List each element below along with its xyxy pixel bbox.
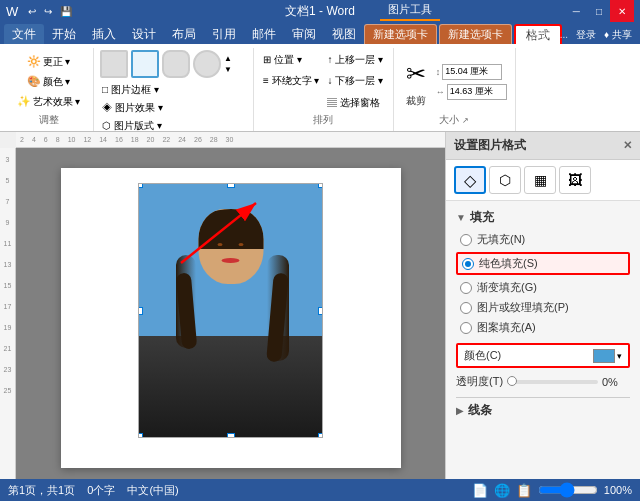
ruler-left: 35791113151719212325 (0, 148, 16, 479)
transparency-value: 0% (602, 376, 630, 388)
radio-texture-fill[interactable]: 图片或纹理填充(P) (456, 300, 630, 315)
crop-btn[interactable]: ✂ (402, 56, 430, 92)
tab-layout[interactable]: 布局 (164, 24, 204, 44)
picture-layout-btn[interactable]: ⬡ 图片版式 ▾ (100, 118, 247, 132)
fill-section: ▼ 填充 无填充(N) 纯色填充(S) 渐变填充(G) 图片 (446, 201, 640, 479)
ruler-top-10: 10 (68, 136, 76, 143)
transparency-slider[interactable] (507, 380, 598, 384)
tab-insert[interactable]: 插入 (84, 24, 124, 44)
save-btn[interactable]: 💾 (58, 6, 74, 17)
tab-new1[interactable]: 新建选项卡 (364, 24, 437, 44)
close-btn[interactable]: ✕ (610, 0, 634, 22)
crop-label: 裁剪 (406, 94, 426, 108)
tab-home[interactable]: 开始 (44, 24, 84, 44)
tab-view[interactable]: 视图 (324, 24, 364, 44)
corrections-btn[interactable]: 🔆 更正 ▾ (23, 53, 75, 71)
tab-new2[interactable]: 新建选项卡 (439, 24, 512, 44)
maximize-btn[interactable]: □ (588, 0, 610, 22)
image-icon-btn[interactable]: 🖼 (559, 166, 591, 194)
panel-header: 设置图片格式 ✕ (446, 132, 640, 160)
layout-icon-btn[interactable]: ▦ (524, 166, 556, 194)
style-thumb-3[interactable] (162, 50, 190, 78)
fill-title: 填充 (470, 209, 494, 226)
line-section-header[interactable]: ▶ 线条 (456, 402, 630, 419)
window-controls: ─ □ ✕ (565, 0, 634, 22)
ruler-top-12: 12 (83, 136, 91, 143)
line-title: 线条 (468, 402, 492, 419)
move-down-btn[interactable]: ↓ 下移一层 ▾ (324, 72, 386, 92)
position-btn[interactable]: ⊞ 位置 ▾ (260, 50, 322, 70)
panel-title: 设置图片格式 (454, 137, 526, 154)
panel-close-btn[interactable]: ✕ (623, 139, 632, 152)
language: 中文(中国) (127, 483, 178, 498)
shape-icon-btn[interactable]: ⬡ (489, 166, 521, 194)
ruler-top-16: 16 (115, 136, 123, 143)
ruler-top-14: 14 (99, 136, 107, 143)
ruler-top-30: 30 (226, 136, 234, 143)
size-group-label: 大小 ↗ (402, 113, 507, 129)
selection-pane-btn[interactable]: ▤ 选择窗格 (324, 93, 386, 113)
undo-btn[interactable]: ↩ (26, 6, 38, 17)
tell-me-input[interactable]: 告诉我... (530, 28, 568, 42)
zoom-slider[interactable] (538, 484, 598, 496)
picture-tools-label: 图片工具 (380, 0, 440, 21)
tab-references[interactable]: 引用 (204, 24, 244, 44)
color-swatch (593, 349, 615, 363)
width-input[interactable] (447, 84, 507, 100)
ruler-top: 2 (20, 136, 24, 143)
ribbon-group-adjust: 🔆 更正 ▾ 🎨 颜色 ▾ ✨ 艺术效果 ▾ 调整 (4, 48, 94, 131)
page-info: 第1页，共1页 (8, 483, 75, 498)
view-web-btn[interactable]: 🌐 (494, 483, 510, 498)
tab-review[interactable]: 审阅 (284, 24, 324, 44)
adjust-group-label: 调整 (10, 113, 87, 129)
quick-access-toolbar: W ↩ ↪ 💾 (6, 4, 74, 19)
picture-border-btn[interactable]: □ 图片边框 ▾ (100, 82, 247, 98)
ruler-top-6: 6 (44, 136, 48, 143)
ruler-top-18: 18 (131, 136, 139, 143)
panel-icon-tabs: ◇ ⬡ ▦ 🖼 (446, 160, 640, 201)
ribbon-group-arrange: ⊞ 位置 ▾ ↑ 上移一层 ▾ ≡ 环绕文字 ▾ ↓ 下移一层 ▾ ▤ 选择窗格… (254, 48, 394, 131)
color-dropdown-btn[interactable]: ▾ (617, 351, 622, 361)
style-thumb-4[interactable] (193, 50, 221, 78)
color-btn[interactable]: 🎨 颜色 ▾ (23, 73, 75, 91)
move-up-btn[interactable]: ↑ 上移一层 ▾ (324, 50, 386, 70)
text-wrap-btn[interactable]: ≡ 环绕文字 ▾ (260, 72, 322, 92)
style-thumb-2[interactable] (131, 50, 159, 78)
radio-gradient-fill[interactable]: 渐变填充(G) (456, 280, 630, 295)
ribbon-group-picture-style: ▲ ▼ □ 图片边框 ▾ ◈ 图片效果 ▾ ⬡ 图片版式 ▾ 图片样式 ↗ (94, 48, 254, 131)
radio-no-fill[interactable]: 无填充(N) (456, 232, 630, 247)
tab-file[interactable]: 文件 (4, 24, 44, 44)
ruler-top-20: 20 (147, 136, 155, 143)
redo-btn[interactable]: ↪ (42, 6, 54, 17)
color-row[interactable]: 颜色(C) ▾ (456, 343, 630, 368)
style-thumb-1[interactable] (100, 50, 128, 78)
arrange-group-label: 排列 (260, 113, 387, 129)
document-page (61, 168, 401, 468)
style-expand-btn[interactable]: ▲ ▼ (224, 50, 238, 78)
transparency-row: 透明度(T) 0% (456, 374, 630, 389)
status-bar: 第1页，共1页 0个字 中文(中国) 📄 🌐 📋 100% (0, 479, 640, 501)
tab-mailings[interactable]: 邮件 (244, 24, 284, 44)
zoom-level: 100% (604, 484, 632, 496)
height-input[interactable] (442, 64, 502, 80)
fill-section-title[interactable]: ▼ 填充 (456, 209, 630, 226)
height-label: ↕ (436, 67, 441, 77)
share-btn[interactable]: ♦ 共享 (604, 28, 632, 42)
radio-solid-fill[interactable]: 纯色填充(S) (456, 252, 630, 275)
fill-effects-icon-btn[interactable]: ◇ (454, 166, 486, 194)
tab-design[interactable]: 设计 (124, 24, 164, 44)
radio-pattern-fill[interactable]: 图案填充(A) (456, 320, 630, 335)
picture-effect-btn[interactable]: ◈ 图片效果 ▾ (100, 100, 247, 116)
document-image[interactable] (138, 183, 323, 438)
document-area (16, 148, 445, 479)
login-btn[interactable]: 登录 (576, 28, 596, 42)
ruler-top-8: 8 (56, 136, 60, 143)
art-effect-btn[interactable]: ✨ 艺术效果 ▾ (13, 93, 85, 111)
ribbon: 🔆 更正 ▾ 🎨 颜色 ▾ ✨ 艺术效果 ▾ 调整 ▲ ▼ □ 图片边框 ▾ (0, 44, 640, 132)
ruler-top-4: 4 (32, 136, 36, 143)
transparency-label: 透明度(T) (456, 374, 503, 389)
view-read-btn[interactable]: 📋 (516, 483, 532, 498)
ruler-top-24: 24 (178, 136, 186, 143)
view-print-btn[interactable]: 📄 (472, 483, 488, 498)
minimize-btn[interactable]: ─ (565, 0, 588, 22)
